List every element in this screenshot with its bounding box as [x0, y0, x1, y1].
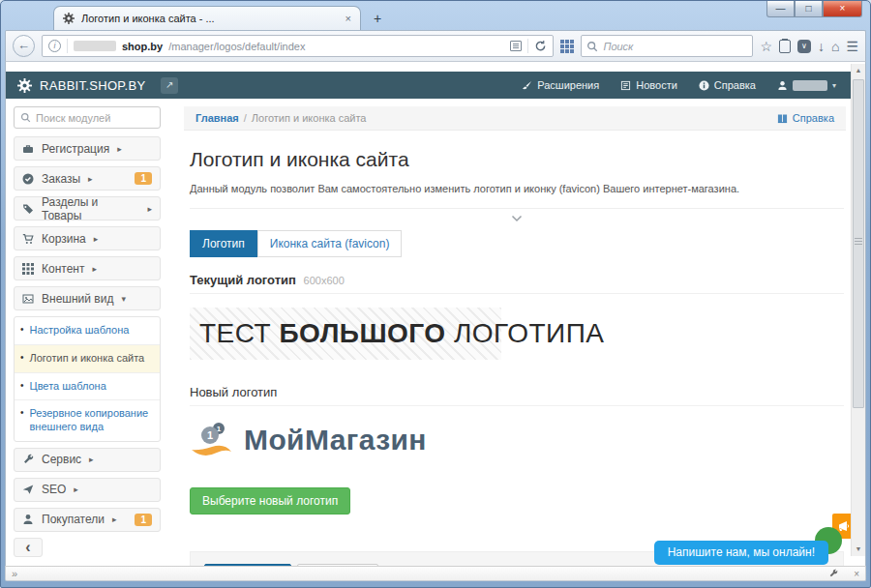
subitem-backup[interactable]: • Резервное копирование внешнего вида	[15, 400, 160, 441]
divider	[190, 293, 844, 294]
chat-bubble[interactable]: Напишите нам, мы онлайн!	[654, 541, 828, 565]
nav-help[interactable]: Справка	[699, 79, 756, 91]
module-search[interactable]	[14, 106, 161, 129]
hand-coins-logo-icon: 1 1	[190, 420, 234, 460]
scroll-up-icon[interactable]: ▲	[852, 64, 865, 77]
urlbar-separator	[67, 39, 68, 53]
subitem-label: Резервное копирование внешнего вида	[30, 407, 154, 434]
logo-tabs: Логотип Иконка сайта (favicon)	[190, 230, 844, 257]
main-content: Главная / Логотип и иконка сайта Справка…	[184, 106, 846, 566]
sidebar-item-label: Корзина	[42, 232, 86, 246]
close-icon[interactable]: ×	[854, 569, 859, 579]
nav-news[interactable]: Новости	[620, 79, 677, 91]
sidebar-item-cart[interactable]: Корзина ▸	[14, 226, 161, 250]
minimize-button[interactable]: —	[766, 1, 795, 17]
brush-icon	[522, 80, 532, 91]
chevron-down-icon: ▾	[832, 81, 836, 90]
user-menu[interactable]: ▾	[777, 80, 836, 91]
page-description: Данный модуль позволит Вам самостоятельн…	[190, 183, 844, 194]
page-viewport: RABBIT.SHOP.BY ↗ Расширения Новости Спра…	[5, 62, 866, 566]
window-titlebar[interactable]: Логотип и иконка сайта - ... × + — □ ×	[5, 1, 866, 30]
help-link[interactable]: Справка	[777, 112, 834, 124]
maximize-button[interactable]: □	[795, 1, 823, 17]
browser-window: Логотип и иконка сайта - ... × + — □ × ←…	[0, 0, 871, 588]
choose-logo-button[interactable]: Выберите новый логотип	[190, 487, 350, 514]
home-icon[interactable]: ⌂	[831, 40, 839, 53]
tab-close-icon[interactable]: ×	[345, 13, 351, 24]
cancel-button[interactable]: Отменить	[297, 564, 379, 566]
caret-right-icon: ▸	[117, 144, 122, 154]
bookmarks-clipboard-icon[interactable]	[779, 40, 791, 53]
divider	[190, 405, 844, 406]
save-button[interactable]: Сохранить	[204, 564, 291, 566]
browser-search-input[interactable]	[603, 41, 747, 52]
caret-down-icon: ▾	[121, 294, 126, 304]
cart-icon	[22, 233, 34, 245]
sidebar-item-customers[interactable]: Покупатели ▸ 1	[14, 508, 161, 532]
sidebar-item-registration[interactable]: Регистрация ▸	[14, 136, 161, 161]
subitem-template-colors[interactable]: • Цвета шаблона	[15, 373, 160, 401]
sidebar-item-content[interactable]: Контент ▸	[14, 256, 161, 280]
bookmark-star-icon[interactable]: ☆	[760, 40, 772, 53]
scrollbar-thumb[interactable]	[853, 79, 864, 408]
scroll-down-icon[interactable]: ▼	[852, 543, 865, 556]
breadcrumb-current: Логотип и иконка сайта	[252, 112, 367, 124]
caret-right-icon: ▸	[94, 234, 99, 244]
news-icon	[620, 80, 631, 91]
url-domain: shop.by	[122, 41, 163, 52]
sidebar-item-seo[interactable]: SEO ▸	[14, 478, 161, 502]
caret-right-icon: ▸	[147, 204, 152, 214]
page-body: Регистрация ▸ Заказы ▸ 1 Разделы и Товар…	[6, 99, 865, 566]
redacted-subdomain	[74, 41, 116, 51]
sidebar-item-sections[interactable]: Разделы и Товары ▸	[14, 196, 161, 220]
sidebar-item-label: Контент	[42, 262, 84, 276]
module-search-input[interactable]	[36, 112, 154, 124]
search-icon	[20, 112, 31, 123]
image-icon	[22, 293, 34, 305]
url-bar[interactable]: i shop.by /manager/logos/default/index	[42, 35, 554, 57]
content-inner: Логотип и иконка сайта Данный модуль поз…	[184, 131, 846, 566]
brand[interactable]: RABBIT.SHOP.BY ↗	[17, 77, 178, 94]
sidebar-item-service[interactable]: Сервис ▸	[14, 448, 161, 472]
admin-header: RABBIT.SHOP.BY ↗ Расширения Новости Спра…	[6, 72, 865, 99]
tab-favicon[interactable]: Иконка сайта (favicon)	[257, 230, 403, 257]
info-icon	[699, 80, 709, 91]
close-button[interactable]: ×	[823, 1, 862, 17]
send-plane-icon	[22, 484, 34, 495]
sidebar-collapse-button[interactable]: ‹	[14, 538, 43, 557]
sidebar-item-orders[interactable]: Заказы ▸ 1	[14, 166, 161, 191]
vertical-scrollbar[interactable]: ▲ ▼	[851, 64, 865, 556]
pocket-icon[interactable]: ∨	[797, 40, 811, 53]
reload-icon[interactable]	[534, 40, 547, 52]
back-button[interactable]: ←	[13, 35, 35, 57]
megaphone-icon	[837, 519, 851, 533]
collapse-description-toggle[interactable]	[190, 209, 844, 224]
browser-tab[interactable]: Логотип и иконка сайта - ... ×	[53, 6, 361, 30]
page-title: Логотип и иконка сайта	[190, 148, 844, 171]
sidebar-item-label: Сервис	[42, 453, 81, 466]
sidebar-item-appearance[interactable]: Внешний вид ▾	[14, 286, 161, 310]
new-tab-button[interactable]: +	[364, 10, 391, 28]
apps-grid-icon[interactable]	[560, 40, 574, 53]
subitem-template-settings[interactable]: • Настройка шаблона	[15, 317, 160, 345]
downloads-icon[interactable]: ↓	[818, 40, 825, 53]
tab-title: Логотип и иконка сайта - ...	[81, 13, 339, 24]
breadcrumb: Главная / Логотип и иконка сайта Справка	[184, 106, 846, 131]
subitem-label: Логотип и иконка сайта	[30, 352, 145, 366]
reader-mode-icon[interactable]	[510, 41, 522, 51]
breadcrumb-home-link[interactable]: Главная	[195, 112, 239, 124]
help-link-label: Справка	[793, 112, 834, 124]
devtoolbar-prompt[interactable]: »	[12, 568, 17, 579]
nav-extensions[interactable]: Расширения	[522, 79, 599, 91]
sidebar-item-label: Разделы и Товары	[42, 195, 139, 222]
external-link-icon[interactable]: ↗	[161, 77, 178, 94]
site-info-icon[interactable]: i	[48, 40, 61, 52]
sidebar-item-label: Внешний вид	[42, 292, 113, 306]
subitem-logo-favicon[interactable]: • Логотип и иконка сайта	[15, 345, 160, 373]
wrench-icon[interactable]	[828, 569, 838, 578]
tab-logo[interactable]: Логотип	[190, 230, 257, 257]
briefcase-icon	[22, 143, 34, 155]
browser-search[interactable]	[581, 35, 753, 57]
appearance-submenu: • Настройка шаблона • Логотип и иконка с…	[14, 316, 161, 442]
hamburger-menu-icon[interactable]: ☰	[846, 40, 858, 53]
